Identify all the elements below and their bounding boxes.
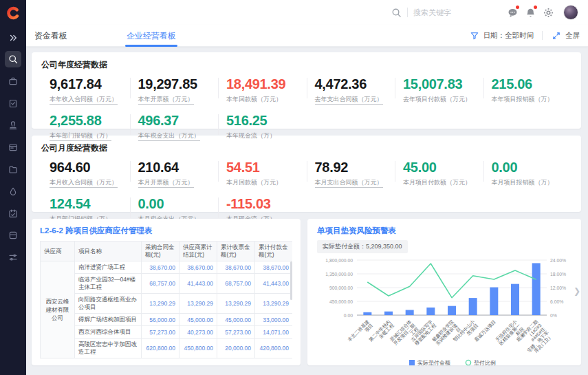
kpi-label-link[interactable]: 本月收入合同额（万元） (50, 179, 118, 188)
bell-icon[interactable] (525, 7, 536, 18)
settled-amount-cell: 38,670.00 (179, 261, 217, 274)
ratio-line (367, 264, 536, 298)
stamp-icon[interactable] (5, 117, 21, 133)
funnel-icon (469, 30, 480, 41)
annual-kpi-panel: 公司年度经营数据 9,617.84本年收入合同额（万元）19,297.85本年开… (32, 52, 581, 129)
date-filter-button[interactable]: 日期：全部时间 (469, 30, 534, 41)
x-axis-labels: 丰北二班基建项目第二中学校内采暖工程景城汇综合体开发项目二期工程左岸国际写字楼变… (347, 319, 554, 358)
kpi-value: 0.00 (492, 160, 569, 175)
tab-enterprise-dashboard[interactable]: 企业经营看板 (118, 25, 184, 47)
kpi-label-link[interactable]: 本年部门报销额（万） (50, 132, 111, 141)
paid-amount-cell: 33,000.00 (255, 314, 293, 326)
table-row: 临港产业园32—04#楼主体工程68,757.0041,443.0068,757… (41, 274, 293, 294)
kpi-label-link[interactable]: 本年税金支出（万元） (138, 132, 200, 141)
table-row: 向阳路交通枢纽商业办公项目13,290.2913,290.2913,290.29… (41, 294, 293, 314)
table-scrollbar[interactable] (290, 261, 292, 300)
chevron-right-icon[interactable]: ❯ (574, 286, 580, 296)
paid-amount-cell: 420,800.00 (255, 339, 293, 358)
calendar-icon[interactable] (5, 205, 21, 222)
kpi-label-link[interactable]: 本年收入合同额（万元） (50, 96, 118, 105)
date-filter-label: 日期：全部时间 (483, 31, 534, 41)
legend-swatch-line[interactable] (466, 360, 470, 365)
supplier-payable-panel: L2-6-2 跨项目供应商应付管理表 供应商项目名称采购合同金额(元)供应商累计… (32, 219, 301, 365)
svg-text:观澜学府二期（1#2#3#4#5#住宅楼、地下车库及门卫）: 观澜学府二期（1#2#3#4#5#住宅楼、地下车库及门卫） (516, 319, 554, 358)
brand-c-logo-icon[interactable] (0, 0, 26, 26)
risk-chart: 1,800,000.0024.00%1,350,000.0018.00%900,… (317, 255, 577, 365)
kpi-card: 0.00本月项目报销额（万） (483, 158, 572, 188)
kpi-value: 496.37 (138, 113, 216, 128)
search-icon[interactable] (5, 51, 21, 67)
svg-text:第二中学校内采暖工程: 第二中学校内采暖工程 (368, 319, 395, 347)
kpi-value: 19,297.85 (138, 76, 216, 92)
search-icon[interactable] (391, 7, 402, 18)
user-avatar[interactable] (563, 5, 578, 20)
legend-label: 实际垫付金额 (417, 360, 450, 365)
search-input[interactable]: 搜索关键字 (413, 8, 475, 18)
invoiced-amount-cell: 20,000.00 (217, 339, 255, 358)
kpi-label-link[interactable]: 本月支出合同额（万元） (315, 179, 383, 188)
clipboard-icon[interactable] (5, 95, 21, 111)
kpi-label: 本月项目报销额（万） (492, 179, 554, 186)
legend-label: 垫付比例 (474, 360, 496, 365)
purchase-amount-cell: 38,670.00 (142, 261, 179, 274)
invoiced-amount-cell: 38,670.00 (217, 261, 255, 274)
id-card-icon[interactable] (5, 139, 21, 156)
kpi-value: 9,617.84 (50, 76, 127, 92)
kpi-label: 本年项目报销额（万） (492, 96, 554, 103)
tabbar-controls: 日期：全部时间 全屏 (469, 30, 588, 41)
settled-amount-cell: 45,000.00 (179, 314, 217, 326)
kpi-card: 15,007.83去年项目付款额（万元） (395, 75, 483, 105)
kpi-value: 516.25 (226, 113, 304, 128)
project-name-cell: 南洋进贤广场工程 (75, 261, 142, 274)
tab-bar: 资金看板 企业经营看板 日期：全部时间 全屏 (26, 25, 588, 47)
annual-panel-title: 公司年度经营数据 (41, 59, 571, 71)
drop-icon[interactable] (5, 183, 21, 200)
kpi-label-link[interactable]: 本年开票额（万元） (138, 96, 194, 105)
project-name-cell: 高陵区宏志中学加固改造工程 (75, 339, 142, 358)
message-icon[interactable] (507, 7, 518, 18)
box-icon[interactable] (5, 227, 21, 244)
folder-icon[interactable] (5, 161, 21, 178)
kpi-value: 78.92 (315, 160, 393, 175)
kpi-label-link[interactable]: 去年支出合同额（万元） (315, 96, 383, 105)
left-axis-tick: 1,350,000.00 (325, 272, 353, 277)
left-axis-tick: 900,000.00 (329, 286, 353, 290)
kpi-label: 本月项目付款额（万元） (403, 179, 471, 186)
kpi-card: 210.64本月开票额（万元） (130, 158, 219, 188)
kpi-label: 本年现金流（万） (226, 132, 276, 140)
fullscreen-button[interactable]: 全屏 (551, 30, 580, 41)
kpi-value: 210.64 (138, 160, 216, 175)
column-header: 累计收票金额(元) (217, 242, 255, 261)
top-header: 搜索关键字 (26, 0, 588, 25)
kpi-value: 15,007.83 (403, 76, 481, 92)
kpi-label-link[interactable]: 本月开票额（万元） (138, 179, 194, 188)
column-header: 采购合同金额(元) (142, 242, 179, 261)
sidebar-nav (5, 51, 21, 266)
paid-amount-cell: 13,290.29 (255, 294, 293, 314)
project-name-cell: 西京河西综合体项目 (75, 326, 142, 339)
kpi-value: 45.00 (403, 160, 481, 175)
briefcase-icon[interactable] (5, 73, 21, 89)
svg-text:丰北二班基建项目: 丰北二班基建项目 (347, 319, 374, 347)
sliders-icon[interactable] (5, 249, 21, 266)
table-row: 西京河西综合体项目57,273.0040,273.0057,273.0014,0… (41, 326, 293, 339)
main-content: 公司年度经营数据 9,617.84本年收入合同额（万元）19,297.85本年开… (26, 47, 588, 375)
kpi-value: 0.00 (138, 196, 216, 211)
legend-swatch-bar[interactable] (409, 360, 415, 365)
right-axis-tick: 24.00% (550, 258, 566, 263)
global-search[interactable]: 搜索关键字 (391, 7, 475, 18)
kpi-value: 54.51 (226, 160, 304, 175)
sidebar (0, 0, 26, 375)
invoiced-amount-cell: 45,000.00 (217, 314, 255, 326)
kpi-card: 9,617.84本年收入合同额（万元） (41, 75, 130, 105)
kpi-card: 54.51本月回款额（万元） (218, 158, 307, 188)
double-chevron-right-icon[interactable] (9, 32, 17, 44)
gear-icon[interactable] (543, 7, 554, 18)
settled-amount-cell: 450,800.00 (179, 339, 217, 358)
table-row: 西安云峰建材有限公司南洋进贤广场工程38,670.0038,670.0038,6… (41, 261, 293, 274)
purchase-amount-cell: 13,290.29 (142, 294, 179, 314)
project-name-cell: 得辉广场结构加固项目 (75, 314, 142, 326)
paid-amount-cell: 14,071.00 (255, 326, 293, 339)
tab-funds-dashboard[interactable]: 资金看板 (26, 25, 76, 47)
settled-amount-cell: 13,290.29 (179, 294, 217, 314)
